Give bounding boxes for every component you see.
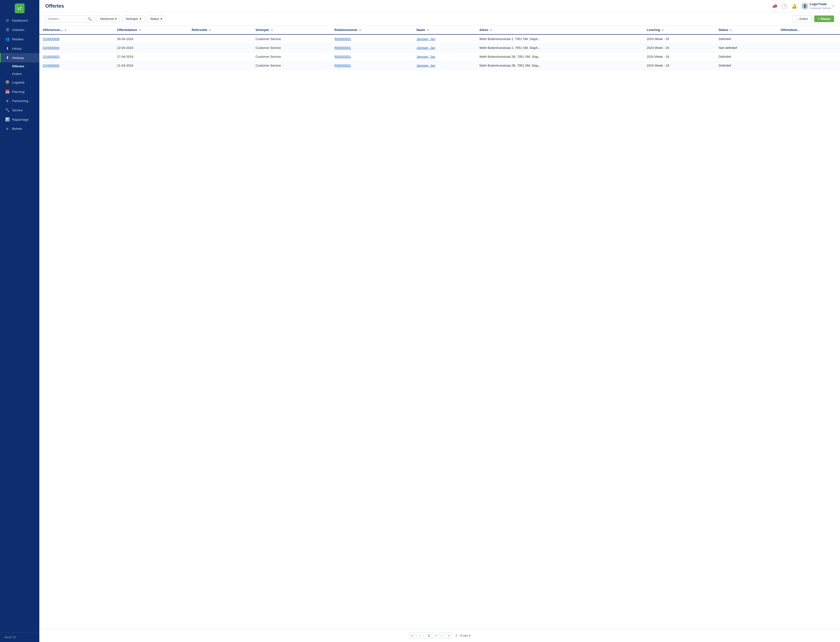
nieuw-button[interactable]: + Nieuw (814, 16, 834, 22)
col-adres[interactable]: Adres ⇅ (476, 26, 643, 34)
table-row: O24000003 17-04-2024 Customer Service R0… (39, 52, 840, 61)
page-number-input[interactable] (424, 632, 434, 639)
cell-adres: Weth Buitenhuisstraat 2B, 7951 SM, Stap.… (476, 52, 643, 61)
col-status[interactable]: Status ⇅ (715, 26, 777, 34)
sidebar-item-label: Dashboard (12, 19, 28, 23)
cell-naam[interactable]: Janssen, Jan (413, 52, 476, 61)
week-label: Week 20 (5, 636, 16, 639)
user-dropdown-icon: ▾ (833, 5, 834, 8)
cell-verkoper: Customer Service (252, 44, 331, 52)
chevron-down-icon: ▾ (139, 17, 141, 21)
cell-relatienummer[interactable]: R00000001 (331, 44, 413, 52)
cell-offertenum[interactable]: O24000002 (39, 61, 113, 70)
sidebar-subitem-offertes[interactable]: Offertes (0, 62, 39, 70)
cell-adres: Weth Buitenhuisstraat 2, 7951 SM, Staph.… (476, 34, 643, 44)
prev-page-button[interactable]: ‹ (416, 632, 422, 639)
col-offertedatum[interactable]: Offertedatum ⇅ (113, 26, 188, 34)
cell-offertenum[interactable]: O24000004 (39, 44, 113, 52)
user-menu[interactable]: 👤 LogicTrade Customer Service ▾ (801, 2, 834, 10)
next-page-button[interactable]: › (439, 632, 444, 639)
cell-offertebed (777, 44, 840, 52)
cell-offertenum[interactable]: O24000006 (39, 34, 113, 44)
sidebar-subitem-label: Offertes (12, 65, 24, 68)
facturering-icon: € (5, 99, 10, 103)
col-offertebed[interactable]: Offertebed... (777, 26, 840, 34)
bell-icon[interactable]: 🔔 (791, 3, 797, 9)
acties-button[interactable]: ··· Acties (792, 15, 811, 23)
cell-relatienummer[interactable]: R00000001 (331, 34, 413, 44)
sidebar-item-verkoop[interactable]: ⬆ Verkoop (0, 53, 39, 62)
sidebar-item-label: Inkoop (12, 47, 22, 50)
cell-offertedatum: 30-04-2024 (113, 34, 188, 44)
first-page-button[interactable]: « (409, 632, 415, 639)
cell-referentie (188, 34, 252, 44)
filter-herkomst-label: Herkomst (100, 17, 114, 21)
help-icon[interactable]: ? (782, 3, 787, 9)
cell-naam[interactable]: Janssen, Jan (413, 61, 476, 70)
sidebar-item-logistiek[interactable]: 📦 Logistiek (0, 78, 39, 87)
announcement-icon[interactable]: 📣 (772, 3, 777, 9)
sort-icon: ⇅ (139, 29, 141, 31)
relaties-icon: 👥 (5, 37, 10, 41)
dashboard-icon: ⊙ (5, 18, 10, 23)
user-name: LogicTrade (810, 2, 831, 6)
cell-status: Definitief (715, 52, 777, 61)
filter-herkomst-button[interactable]: Herkomst ▾ (97, 16, 120, 22)
table-container: Offertenum... ⇅ Offertedatum ⇅ Referenti… (39, 26, 840, 629)
table-body: O24000006 30-04-2024 Customer Service R0… (39, 34, 840, 70)
sidebar-item-beheer[interactable]: ≡ Beheer (0, 124, 39, 133)
cell-offertedatum: 11-04-2024 (113, 61, 188, 70)
cell-status: Niet definitief (715, 44, 777, 52)
table-row: O24000002 11-04-2024 Customer Service R0… (39, 61, 840, 70)
filter-verkoper-button[interactable]: Verkoper ▾ (122, 16, 144, 22)
sidebar-item-label: Facturering (12, 99, 28, 103)
sidebar-subitem-orders[interactable]: Orders (0, 70, 39, 78)
sidebar-item-dashboard[interactable]: ⊙ Dashboard (0, 16, 39, 25)
sidebar-footer: Week 20 (0, 632, 39, 642)
cell-status: Definitief (715, 34, 777, 44)
sidebar-item-inkoop[interactable]: ⬇ Inkoop (0, 44, 39, 53)
col-referentie[interactable]: Referentie ⇅ (188, 26, 252, 34)
cell-referentie (188, 52, 252, 61)
cell-naam[interactable]: Janssen, Jan (413, 44, 476, 52)
cell-levering: 2024 Week - 20 (643, 44, 715, 52)
sidebar-item-facturering[interactable]: € Facturering (0, 96, 39, 105)
sidebar-item-label: Relaties (12, 37, 24, 41)
sidebar-item-label: Verkoop (12, 56, 24, 60)
last-page-button[interactable]: » (446, 632, 452, 639)
cell-relatienummer[interactable]: R00000001 (331, 61, 413, 70)
col-relatienummer[interactable]: Relatienummer ⇅ (331, 26, 413, 34)
cell-adres: Weth Buitenhuisstraat 2, 7951 SM, Staph.… (476, 44, 643, 52)
filter-status-button[interactable]: Status ▾ (147, 16, 165, 22)
app-logo: LT (15, 3, 24, 13)
search-box[interactable]: 🔍 (45, 16, 94, 23)
logistiek-icon: 📦 (5, 80, 10, 84)
search-icon: 🔍 (87, 17, 92, 21)
main-area: Offertes 📣 ? 🔔 👤 LogicTrade Customer Ser… (39, 0, 840, 642)
cell-naam[interactable]: Janssen, Jan (413, 34, 476, 44)
content-area: 🔍 Herkomst ▾ Verkoper ▾ Status ▾ ··· Act… (39, 12, 840, 642)
col-verkoper[interactable]: Verkoper ⇅ (252, 26, 331, 34)
sidebar-item-label: Planning (12, 90, 24, 94)
sort-icon: ⇅ (271, 29, 273, 31)
col-levering[interactable]: Levering ⇅ (643, 26, 715, 34)
chevron-down-icon: ▾ (115, 17, 117, 21)
search-input[interactable] (48, 17, 86, 21)
page-title: Offertes (45, 3, 64, 9)
sidebar-item-rapportage[interactable]: 📊 Rapportage (0, 115, 39, 124)
cell-offertebed (777, 52, 840, 61)
sidebar-item-service[interactable]: 🔧 Service (0, 105, 39, 115)
sidebar-item-planning[interactable]: 📅 Planning (0, 87, 39, 96)
col-offertenum[interactable]: Offertenum... ⇅ (39, 26, 113, 34)
verkoop-icon: ⬆ (5, 55, 10, 60)
cell-offertenum[interactable]: O24000003 (39, 52, 113, 61)
table-row: O24000006 30-04-2024 Customer Service R0… (39, 34, 840, 44)
col-naam[interactable]: Naam ⇅ (413, 26, 476, 34)
cell-offertebed (777, 34, 840, 44)
cell-relatienummer[interactable]: R00000001 (331, 52, 413, 61)
sidebar-item-label: Artikelen (12, 28, 24, 32)
cell-referentie (188, 61, 252, 70)
header-right: 📣 ? 🔔 👤 LogicTrade Customer Service ▾ (772, 2, 834, 10)
sidebar-item-relaties[interactable]: 👥 Relaties (0, 34, 39, 44)
sidebar-item-artikelen[interactable]: ☰ Artikelen (0, 25, 39, 34)
